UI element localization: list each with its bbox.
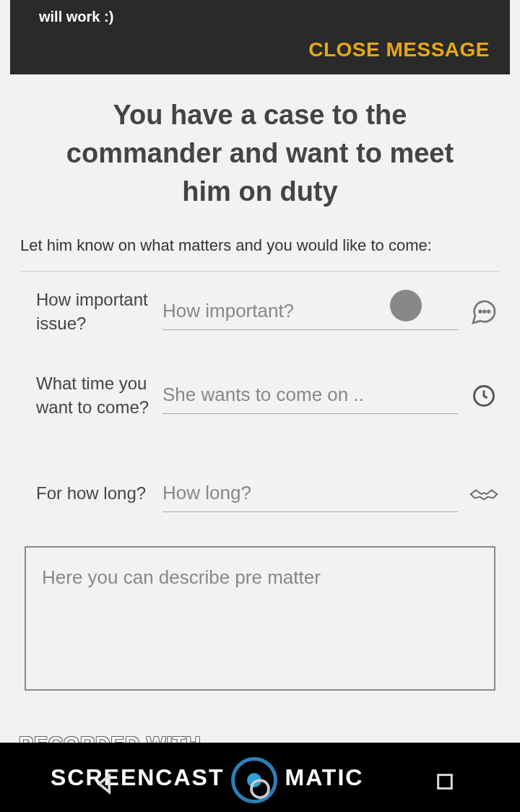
handshake-icon[interactable] xyxy=(468,478,500,510)
svg-point-2 xyxy=(488,310,490,312)
brand-left: SCREENCAST xyxy=(51,764,224,791)
importance-label: How important issue? xyxy=(36,288,162,335)
svg-point-1 xyxy=(484,310,486,312)
row-duration: For how long? xyxy=(36,461,500,527)
message-fragment: will work :) xyxy=(39,9,490,25)
importance-input-wrap xyxy=(162,294,500,330)
page-subtitle: Let him know on what matters and you wou… xyxy=(20,226,500,271)
divider xyxy=(20,271,500,272)
svg-rect-5 xyxy=(438,775,452,789)
svg-point-4 xyxy=(251,780,269,798)
nav-home-icon[interactable] xyxy=(247,776,273,805)
time-label: What time you want to come? xyxy=(36,372,162,419)
close-message-button[interactable]: CLOSE MESSAGE xyxy=(39,38,490,61)
time-input-wrap xyxy=(162,378,500,414)
duration-input-wrap xyxy=(162,476,500,512)
android-nav-bar: SCREENCAST MATIC xyxy=(0,743,520,812)
nav-back-icon[interactable] xyxy=(94,772,118,799)
row-time: What time you want to come? xyxy=(36,363,500,429)
duration-label: For how long? xyxy=(36,482,162,505)
nav-recent-icon[interactable] xyxy=(435,772,455,795)
main-content: You have a case to the commander and wan… xyxy=(0,74,520,691)
brand-right: MATIC xyxy=(285,764,363,791)
page-title: You have a case to the commander and wan… xyxy=(20,89,500,226)
chat-bubble-icon[interactable] xyxy=(468,296,500,328)
form: How important issue? What time you want … xyxy=(20,279,500,527)
time-input[interactable] xyxy=(162,378,458,414)
description-box xyxy=(25,546,495,691)
message-banner: will work :) CLOSE MESSAGE xyxy=(10,0,510,74)
description-textarea[interactable] xyxy=(42,566,478,670)
clock-icon[interactable] xyxy=(468,380,500,412)
duration-input[interactable] xyxy=(162,476,458,512)
svg-point-0 xyxy=(480,310,482,312)
importance-slider-thumb[interactable] xyxy=(390,290,422,321)
row-importance: How important issue? xyxy=(36,279,500,345)
